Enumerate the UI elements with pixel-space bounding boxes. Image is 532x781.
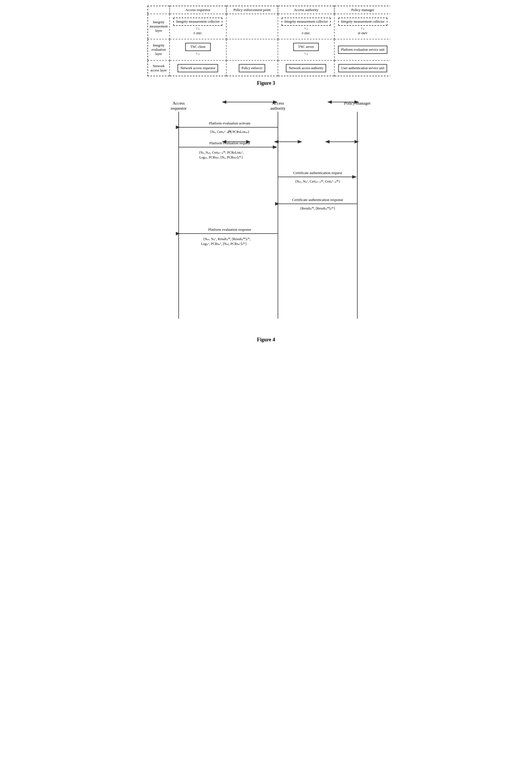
user-auth-box: User authentication service unit xyxy=(338,64,387,72)
msg3-data: {Nₐᵣ, Nₐᶜ, Certₐᵣ₋ₐᴵᴺ, Certₐᶜ₋ₐᴵᴺ} xyxy=(295,179,340,183)
fig3-table: Access requestor Policy enforcement poin… xyxy=(148,6,390,76)
imc-aa-box: Integrity measurement collector xyxy=(282,17,331,26)
cell-iel-pep xyxy=(226,39,278,60)
fig4-diagram: Access requestor Access authority Policy… xyxy=(150,97,388,330)
imc-ar-box: Integrity measurement collector xyxy=(173,17,222,26)
cell-iel-ar: TNC client ↑↓ xyxy=(170,39,226,60)
col-header-pep: Policy enforcement point xyxy=(226,6,278,14)
if-imc-aa-label: F-IMC xyxy=(281,32,332,35)
cell-iml-aa: Integrity measurement collector ↑↓ F-IMC xyxy=(278,14,335,39)
layer-iml: Integrity measurement layer xyxy=(148,14,170,39)
cell-iel-pm: Platform evaluation service unit xyxy=(334,39,390,60)
cell-iml-pm: Integrity measurement collector ↑↓ IF-IM… xyxy=(334,14,390,39)
msg1-data-full: {Nₛ, Certₐᶜ₋ₐᴵᴺ, PCRsListₐᵣ} xyxy=(210,130,250,134)
col-header-ar: Access requestor xyxy=(170,6,226,14)
cell-nal-aa: Network access authority xyxy=(278,60,335,76)
figure4: Access requestor Access authority Policy… xyxy=(148,95,390,333)
pev-unit-box: Platform evaluation service unit xyxy=(338,46,387,54)
msg4-data: {Resultₐᴵᴺ, [Resultₐᴵᴺ]ₛᴵᴳ} xyxy=(300,206,335,210)
cell-iml-ar: Integrity measurement collector ↑↓ F-IMC xyxy=(170,14,226,39)
msg2-data2: Logₐᵣ, PCRsₐᵣ, [Nₛ, PCRsₐᵣ]ₛᴵᴳ} xyxy=(199,155,243,159)
iml-aa-arrows: ↑↓ xyxy=(281,26,332,31)
naa-box: Network access authority xyxy=(286,64,326,72)
iml-pm-arrows: ↑↓ xyxy=(337,26,388,31)
nar-box: Network access requestor xyxy=(177,64,218,72)
layer-nal: Network access layer xyxy=(148,60,170,76)
actor-pm: Policy manager xyxy=(344,101,371,106)
cell-nal-ar: Network access requestor xyxy=(170,60,226,76)
cell-nal-pep: Policy enforcer xyxy=(226,60,278,76)
msg2-label: Platform evaluation request xyxy=(209,141,250,145)
actor-ar-line1: Access xyxy=(173,101,185,106)
fig4-caption: Figure 4 xyxy=(148,337,384,343)
msg1-label: Platform evaluation activate xyxy=(209,121,251,125)
msg3-label: Certificate authentication request xyxy=(293,171,342,175)
actor-aa-line1: Access xyxy=(272,101,284,106)
policy-enforcer-box: Policy enforcer xyxy=(239,64,265,72)
msg5-data1: {Nₐᵣ, Nₐᶜ, Resultₐᴵᴺ, [Resultₐᴵᴺ]ₛᴵᴳ, xyxy=(203,237,251,241)
actor-ar-line2: requestor xyxy=(171,106,187,111)
fig3-caption: Figure 3 xyxy=(148,80,384,86)
imc-pm-box: Integrity measurement collector xyxy=(338,17,387,26)
col-header-aa: Access authority xyxy=(278,6,335,14)
col-header-pm: Policy manager xyxy=(334,6,390,14)
cell-nal-pm: User authentication service unit xyxy=(334,60,390,76)
figure3: Access requestor Policy enforcement poin… xyxy=(148,6,390,76)
cell-iel-aa: TNC server ↑↓ xyxy=(278,39,335,60)
tnc-client-box: TNC client xyxy=(185,43,211,51)
if-imc-ar-label: F-IMC xyxy=(172,32,224,35)
empty-header xyxy=(148,6,170,14)
actor-aa-line2: authority xyxy=(270,106,286,111)
msg4-label: Certificate authentication response xyxy=(292,198,343,202)
tnc-server-box: TNC server xyxy=(293,43,319,51)
cell-iml-pep xyxy=(226,14,278,39)
layer-iel: Integrity evaluation layer xyxy=(148,39,170,60)
msg5-data2: Logₐᶜ, PCRsₐᶜ, [Nₐᵣ, PCRsₐᶜ]ₛᴵᴳ} xyxy=(201,242,247,246)
msg5-label: Platform evaluation response xyxy=(208,228,251,232)
msg2-data1: {Nₛ, Nₐᵣ, Certₐᵣ₋ₐᴵᴺ, PCRsListₐᶜ, xyxy=(199,151,244,155)
if-imv-label: IF-IMV xyxy=(337,32,388,35)
iml-ar-arrows: ↑↓ xyxy=(172,26,224,31)
